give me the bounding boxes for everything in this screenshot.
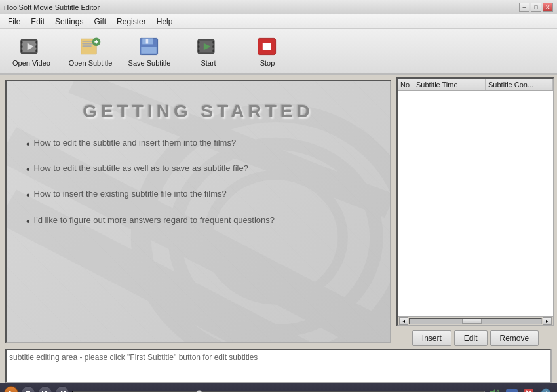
window-controls: – □ ✕ <box>519 3 553 12</box>
bullet-text-3: How to insert the existing subtitle file… <box>34 189 227 199</box>
bullet-dot-1: • <box>26 138 30 150</box>
scroll-thumb[interactable] <box>462 319 482 324</box>
start-icon <box>197 36 220 57</box>
bullet-item-4: • I'd like to figure out more answers re… <box>26 215 370 227</box>
bullet-text-2: How to edit the subtitle as well as to s… <box>34 163 248 173</box>
open-video-label: Open Video <box>12 59 50 67</box>
open-video-button[interactable]: Open Video <box>5 31 58 71</box>
svg-rect-5 <box>35 41 37 43</box>
svg-rect-27 <box>212 49 214 52</box>
remove-button[interactable]: Remove <box>490 330 539 346</box>
bullet-dot-3: • <box>26 189 30 201</box>
window-title: iToolSoft Movie Subtitle Editor <box>4 3 100 11</box>
mute-icon[interactable] <box>522 386 536 392</box>
subtitle-panel: No Subtitle Time Subtitle Con... ◂ ▸ Ins… <box>396 75 557 349</box>
stop-icon <box>256 36 279 57</box>
maximize-button[interactable]: □ <box>531 3 541 12</box>
svg-rect-46 <box>524 389 533 392</box>
preview-panel: GETTING STARTED • How to edit the subtit… <box>5 80 391 343</box>
text-cursor <box>476 204 476 213</box>
th-time: Subtitle Time <box>413 79 486 90</box>
svg-rect-24 <box>198 49 200 52</box>
save-subtitle-button[interactable]: Save Subtitle <box>123 31 176 71</box>
menu-settings[interactable]: Settings <box>50 16 88 28</box>
bullet-dot-2: • <box>26 163 30 176</box>
scroll-left-button[interactable]: ◂ <box>399 317 408 325</box>
menu-bar: File Edit Settings Gift Register Help <box>0 14 557 29</box>
main-content: GETTING STARTED • How to edit the subtit… <box>0 75 557 349</box>
play-pause-button[interactable] <box>4 386 18 392</box>
svg-rect-22 <box>198 41 200 43</box>
svg-rect-30 <box>263 43 271 50</box>
mute-svg <box>524 388 534 392</box>
svg-rect-26 <box>212 45 214 48</box>
stop-playback-button[interactable] <box>21 386 35 392</box>
h-scrollbar[interactable]: ◂ ▸ <box>398 316 553 325</box>
start-button[interactable]: Start <box>182 31 235 71</box>
menu-gift[interactable]: Gift <box>88 16 111 28</box>
scroll-right-button[interactable]: ▸ <box>543 317 552 325</box>
bullet-item-2: • How to edit the subtitle as well as to… <box>26 163 370 176</box>
th-content: Subtitle Con... <box>486 79 553 90</box>
save-subtitle-icon <box>138 36 161 57</box>
subtitle-table-header: No Subtitle Time Subtitle Con... <box>398 79 553 91</box>
svg-rect-12 <box>82 45 91 47</box>
editing-area-placeholder: subtitle editing area - please click "Fi… <box>9 353 258 362</box>
scroll-track[interactable] <box>409 318 542 324</box>
edit-button[interactable]: Edit <box>454 330 488 346</box>
th-no: No <box>398 79 413 90</box>
close-button[interactable]: ✕ <box>543 3 553 12</box>
info-svg: i <box>541 388 551 392</box>
svg-rect-18 <box>146 39 149 43</box>
stop-button[interactable]: Stop <box>241 31 294 71</box>
bullet-text-1: How to edit the subtitle and insert them… <box>34 138 237 147</box>
menu-file[interactable]: File <box>3 16 26 28</box>
minimize-button[interactable]: – <box>519 3 529 12</box>
playback-bar: CC i <box>0 383 557 392</box>
info-icon[interactable]: i <box>539 386 553 392</box>
next-button[interactable] <box>55 386 69 392</box>
volume-svg <box>489 388 501 392</box>
svg-rect-6 <box>35 45 37 48</box>
preview-content: GETTING STARTED • How to edit the subtit… <box>7 81 390 342</box>
stop-label: Stop <box>260 59 275 67</box>
open-subtitle-button[interactable]: Open Subtitle <box>64 31 117 71</box>
bullet-text-4: I'd like to figure out more answers rega… <box>34 215 275 225</box>
bullet-dot-4: • <box>26 215 30 227</box>
editing-area[interactable]: subtitle editing area - please click "Fi… <box>5 349 552 383</box>
svg-rect-7 <box>35 49 37 52</box>
svg-rect-19 <box>141 47 156 54</box>
getting-started-title: GETTING STARTED <box>26 101 370 122</box>
bullet-list: • How to edit the subtitle and insert th… <box>26 138 370 227</box>
start-label: Start <box>201 59 216 67</box>
menu-help[interactable]: Help <box>151 16 178 28</box>
svg-rect-4 <box>21 49 23 52</box>
open-subtitle-label: Open Subtitle <box>69 59 113 67</box>
toolbar: Open Video Open Subtitle Save Subtitle <box>0 29 557 75</box>
svg-marker-43 <box>490 389 495 392</box>
title-bar: iToolSoft Movie Subtitle Editor – □ ✕ <box>0 0 557 14</box>
cc-icon[interactable]: CC <box>505 386 519 392</box>
cc-svg: CC <box>505 388 518 392</box>
bullet-item-3: • How to insert the existing subtitle fi… <box>26 189 370 201</box>
bullet-item-1: • How to edit the subtitle and insert th… <box>26 138 370 150</box>
prev-button[interactable] <box>38 386 52 392</box>
insert-button[interactable]: Insert <box>412 330 451 346</box>
svg-rect-23 <box>198 45 200 48</box>
menu-register[interactable]: Register <box>111 16 151 28</box>
open-subtitle-icon <box>79 36 102 57</box>
subtitle-table-container: No Subtitle Time Subtitle Con... ◂ ▸ <box>396 77 554 326</box>
svg-rect-25 <box>212 41 214 43</box>
menu-edit[interactable]: Edit <box>26 16 50 28</box>
svg-rect-2 <box>21 41 23 43</box>
svg-rect-15 <box>96 40 97 43</box>
volume-icon[interactable] <box>488 386 502 392</box>
save-subtitle-label: Save Subtitle <box>128 59 171 67</box>
open-video-icon <box>20 36 43 57</box>
svg-rect-3 <box>21 45 23 48</box>
subtitle-table-body[interactable] <box>398 91 553 316</box>
action-buttons: Insert Edit Remove <box>396 330 554 346</box>
